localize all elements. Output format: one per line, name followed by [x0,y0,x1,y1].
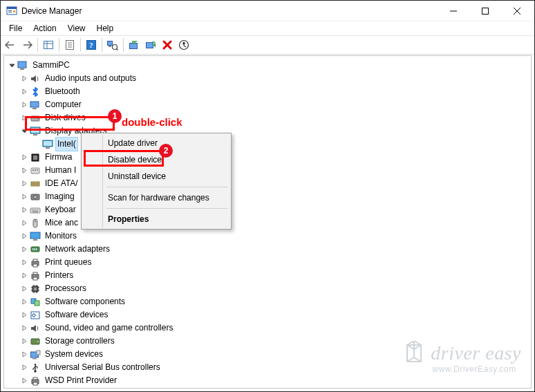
svg-rect-56 [30,232,40,239]
menu-view[interactable]: View [62,21,91,35]
toolbar-forward-button[interactable] [19,37,35,53]
menu-action[interactable]: Action [28,21,62,35]
imaging-icon [30,192,41,203]
chevron-right-icon[interactable] [19,337,29,346]
tree-category[interactable]: System devices [7,348,528,361]
toolbar-show-hide-tree-button[interactable] [41,37,56,53]
svg-point-47 [34,195,37,198]
toolbar-properties-button[interactable] [62,37,77,53]
display-icon [42,139,53,150]
chevron-right-icon[interactable] [19,271,29,281]
titlebar: Device Manager [1,1,534,21]
chevron-right-icon[interactable] [19,310,29,320]
swdev-icon [30,310,41,321]
toolbar-wizard-button[interactable] [176,37,191,53]
toolbar-help-button[interactable]: ? [84,37,99,53]
toolbar-update-driver-button[interactable] [126,37,142,53]
chevron-right-icon[interactable] [19,218,29,228]
chevron-right-icon[interactable] [19,232,29,241]
svg-rect-50 [34,209,35,211]
chevron-right-icon[interactable] [19,258,29,268]
chevron-right-icon[interactable] [19,205,29,215]
tree-category[interactable]: Audio inputs and outputs [7,72,528,85]
chevron-right-icon[interactable] [19,297,29,307]
system-icon [30,349,41,360]
tree-node-label: Audio inputs and outputs [44,72,138,85]
tree-category[interactable]: WSD Print Provider [7,374,528,386]
menu-help[interactable]: Help [91,21,120,35]
tree-category[interactable]: Sound, video and game controllers [7,321,528,335]
chevron-down-icon[interactable] [19,127,29,136]
context-menu-scan-hardware[interactable]: Scan for hardware changes [83,189,229,206]
minimize-button[interactable] [438,1,469,21]
chevron-right-icon[interactable] [19,113,29,123]
tree-category[interactable]: Network adapters [7,243,528,256]
tree-category[interactable]: Software devices [7,308,528,321]
chevron-down-icon[interactable] [7,61,17,71]
tree-category[interactable]: Computer [7,98,528,111]
svg-rect-22 [130,44,138,49]
chevron-right-icon[interactable] [19,376,29,386]
toolbar-disable-button[interactable] [143,37,158,53]
chevron-right-icon[interactable] [19,363,29,373]
toolbar-scan-button[interactable] [105,37,120,53]
tree-node-label: Human I [44,164,77,177]
tree-category[interactable]: Print queues [7,256,528,269]
chevron-right-icon[interactable] [19,179,29,189]
tree-node-label: Storage controllers [44,335,116,348]
tree-category[interactable]: Processors [7,282,528,295]
context-menu-uninstall-device[interactable]: Uninstall device [83,168,229,185]
svg-rect-69 [34,288,37,290]
toolbar-back-button[interactable] [3,37,18,53]
computer-icon [30,100,41,111]
tree-node-label: Mice anc [44,216,79,230]
tree-category[interactable]: Bluetooth [7,85,528,98]
chevron-right-icon[interactable] [19,284,29,294]
maximize-button[interactable] [469,1,501,21]
chevron-right-icon[interactable] [19,350,29,360]
toolbar-uninstall-button[interactable] [160,37,175,53]
svg-rect-9 [44,41,53,49]
tree-node-label: Imaging [44,190,76,203]
chevron-right-icon[interactable] [19,192,29,202]
context-menu-update-driver[interactable]: Update driver [83,135,229,151]
context-menu-disable-device[interactable]: Disable device [83,151,229,168]
chevron-right-icon[interactable] [19,74,29,84]
tree-category[interactable]: Universal Serial Bus controllers [7,361,528,374]
network-icon [30,244,41,255]
menu-file[interactable]: File [3,21,28,35]
toolbar-separator [123,38,124,52]
chevron-right-icon[interactable] [19,166,29,176]
svg-rect-63 [33,259,37,261]
tree-node-label: Sound, video and game controllers [44,321,174,335]
chevron-right-icon[interactable] [19,324,29,333]
close-button[interactable] [501,1,533,21]
svg-rect-86 [37,351,40,355]
chevron-right-icon[interactable] [19,153,29,162]
tree-category[interactable]: Monitors [7,230,528,243]
chevron-right-icon[interactable] [19,245,29,254]
svg-rect-35 [44,141,52,146]
tree-category[interactable]: Disk drives [7,111,528,124]
tree-root[interactable]: SammiPC [7,59,528,72]
disk-icon [30,113,41,124]
tree-node-label: SammiPC [31,59,71,72]
toolbar-separator [80,38,81,52]
tree-node-label: Universal Serial Bus controllers [44,361,162,374]
svg-rect-41 [35,169,36,171]
tree-node-label: Disk drives [44,111,87,124]
tree-node-label: Computer [44,98,83,111]
content-pane: SammiPCAudio inputs and outputsBluetooth… [3,55,532,389]
chevron-right-icon[interactable] [19,87,29,97]
tree-category[interactable]: Storage controllers [7,335,528,348]
svg-rect-2 [8,10,12,11]
svg-rect-4 [13,10,15,12]
tree-category[interactable]: Printers [7,269,528,282]
chevron-right-icon[interactable] [19,100,29,110]
speaker-icon [30,323,41,334]
printer-icon [30,257,41,268]
tree-category[interactable]: Software components [7,295,528,308]
context-menu-properties[interactable]: Properties [83,211,229,227]
svg-point-20 [113,45,118,50]
svg-rect-57 [33,239,37,241]
